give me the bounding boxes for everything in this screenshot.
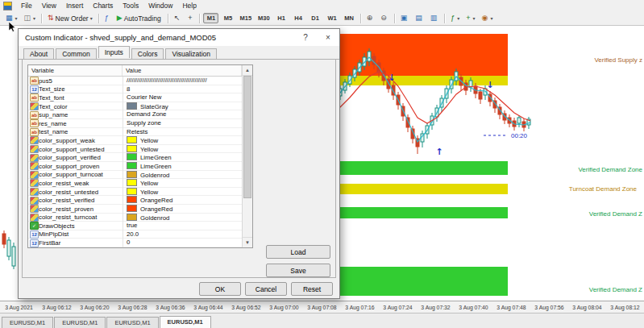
- time-label: 3 Aug 07:40: [455, 305, 492, 310]
- toolbar-profiles-button[interactable]: ◫▾: [21, 12, 39, 25]
- toolbar-cursor-button[interactable]: ↖: [171, 12, 185, 25]
- param-value: LimeGreen: [123, 162, 242, 171]
- menu-tools[interactable]: Tools: [118, 2, 143, 10]
- menu-file[interactable]: File: [16, 2, 37, 10]
- timeframe-h4-button[interactable]: H4: [291, 13, 306, 23]
- caret-down-icon: ▾: [33, 15, 35, 21]
- toolbar-tile-vertically-button[interactable]: ▥: [427, 12, 442, 25]
- toolbar-new-order-button[interactable]: ⇅New Order▾: [44, 12, 96, 25]
- param-row[interactable]: color_resist_verifiedOrangeRed: [28, 196, 242, 205]
- zoom-in-icon: ⊕: [367, 13, 373, 23]
- toolbar-autotrading-button[interactable]: ▶AutoTrading: [114, 12, 165, 25]
- param-row[interactable]: 12MinPipDist20.0: [28, 230, 242, 239]
- param-row[interactable]: color_resist_untestedYellow: [28, 188, 242, 197]
- param-row[interactable]: color_support_verifiedLimeGreen: [28, 153, 242, 162]
- param-row[interactable]: color_support_untestedYellow: [28, 145, 242, 154]
- toolbar-zoom-out-button[interactable]: ⊖: [377, 12, 392, 25]
- menu-help[interactable]: Help: [177, 2, 201, 10]
- toolbar-add-chart-button[interactable]: +▾: [463, 12, 478, 25]
- toolbar-tile-windows-button[interactable]: ▣: [397, 12, 413, 25]
- color-param-icon: [30, 154, 39, 162]
- param-row[interactable]: Text_colorSlateGray: [28, 102, 242, 111]
- timeframe-m1-button[interactable]: M1: [203, 13, 218, 23]
- cancel-button[interactable]: Cancel: [245, 282, 287, 296]
- toolbar-expert-advisors-button[interactable]: ƒ: [102, 12, 114, 25]
- objects-icon: ◉: [482, 13, 488, 23]
- toolbar-tile-horizontally-button[interactable]: ▤: [412, 12, 427, 25]
- table-body: abpus5//////////////////////////////////…: [28, 77, 242, 247]
- timeframe-mn-button[interactable]: MN: [342, 13, 357, 23]
- param-row[interactable]: 12Text_size8: [28, 85, 242, 94]
- param-row[interactable]: absup_nameDemand Zone: [28, 110, 242, 119]
- param-name: res_name: [39, 120, 123, 127]
- param-value: 8: [123, 85, 242, 94]
- time-label: 3 Aug 07:24: [379, 305, 417, 310]
- param-row[interactable]: abpus5//////////////////////////////////…: [28, 77, 242, 85]
- chart-tab-3[interactable]: EURUSD,M1: [160, 316, 211, 328]
- ok-button[interactable]: OK: [199, 282, 241, 296]
- caret-down-icon: ▾: [457, 15, 459, 21]
- scroll-down-icon[interactable]: ▼: [243, 237, 252, 247]
- timeframe-m5-button[interactable]: M5: [220, 13, 235, 23]
- toolbar-indicators-button[interactable]: ƒ▾: [447, 12, 463, 25]
- param-row[interactable]: color_support_weakYellow: [28, 136, 242, 145]
- scrollbar-thumb[interactable]: [243, 76, 251, 198]
- timeframe-d1-button[interactable]: D1: [308, 13, 323, 23]
- scroll-up-icon[interactable]: ▲: [243, 65, 252, 76]
- toolbar-objects-button[interactable]: ◉▾: [479, 12, 497, 25]
- load-button[interactable]: Load: [266, 245, 330, 259]
- help-button[interactable]: ?: [294, 29, 317, 46]
- chart-tab-0[interactable]: EURUSD,M1: [2, 317, 53, 328]
- table-scrollbar[interactable]: ▲ ▼: [242, 65, 252, 247]
- param-value: SlateGray: [123, 102, 242, 111]
- save-button[interactable]: Save: [266, 264, 330, 277]
- param-row[interactable]: abtest_nameRetests: [28, 128, 242, 137]
- toolbar-separator: [394, 14, 395, 23]
- candle-body: [479, 92, 482, 99]
- param-row[interactable]: 12FirstBar0: [28, 239, 242, 247]
- param-row[interactable]: abres_nameSupply zone: [28, 119, 242, 128]
- zone-label: Verified Supply z: [594, 56, 642, 64]
- string-param-icon: ab: [30, 119, 39, 127]
- indicator-dialog: Custom Indicator - shved_supply_and_dema…: [18, 28, 340, 299]
- param-row[interactable]: color_support_turncoatGoldenrod: [28, 171, 242, 180]
- dialog-titlebar[interactable]: Custom Indicator - shved_supply_and_dema…: [19, 29, 339, 46]
- candle-body: [517, 118, 521, 123]
- timeframe-m15-button[interactable]: M15: [237, 13, 254, 23]
- menu-view[interactable]: View: [37, 2, 61, 10]
- color-param-icon: [30, 205, 39, 213]
- dialog-tab-common[interactable]: Common: [56, 48, 96, 59]
- time-axis: 3 Aug 20213 Aug 06:123 Aug 06:203 Aug 06…: [0, 301, 644, 313]
- dialog-tab-about[interactable]: About: [23, 48, 54, 59]
- param-row[interactable]: color_resist_turncoatGoldenrod: [28, 214, 242, 222]
- dialog-tab-inputs[interactable]: Inputs: [98, 46, 130, 58]
- param-row[interactable]: color_resist_provenOrangeRed: [28, 205, 242, 214]
- timeframe-m30-button[interactable]: M30: [256, 13, 272, 23]
- zone-label: Verified Demand Z: [589, 286, 642, 293]
- dialog-tab-colors[interactable]: Colors: [131, 48, 164, 59]
- toolbar-zoom-in-button[interactable]: ⊕: [364, 12, 378, 25]
- menu-insert[interactable]: Insert: [61, 2, 88, 10]
- timeframe-w1-button[interactable]: W1: [325, 13, 340, 23]
- dialog-tab-visualization[interactable]: Visualization: [165, 48, 217, 59]
- param-value: ////////////////////////////////////////…: [123, 77, 242, 85]
- chart-tab-2[interactable]: EURUSD,M1: [106, 317, 158, 328]
- chart-tab-1[interactable]: EURUSD,M1: [54, 317, 106, 328]
- param-row[interactable]: color_resist_weakYellow: [28, 179, 242, 188]
- timeframe-h1-button[interactable]: H1: [274, 13, 289, 23]
- close-button[interactable]: ×: [317, 29, 339, 46]
- param-name: color_support_untested: [39, 146, 123, 153]
- string-param-icon: ab: [30, 128, 39, 136]
- menu-charts[interactable]: Charts: [88, 2, 118, 10]
- time-label: 3 Aug 07:00: [265, 305, 303, 310]
- profiles-icon: ◫: [24, 13, 31, 23]
- param-row[interactable]: abText_fontCourier New: [28, 93, 242, 102]
- param-row[interactable]: color_support_provenLimeGreen: [28, 162, 242, 171]
- new-order-icon: ⇅: [48, 13, 54, 23]
- toolbar-separator: [98, 14, 99, 23]
- param-row[interactable]: ✓DrawObjectstrue: [28, 222, 242, 230]
- toolbar-crosshair-button[interactable]: +: [185, 12, 197, 25]
- menu-window[interactable]: Window: [143, 2, 177, 10]
- param-name: color_support_turncoat: [39, 171, 123, 178]
- reset-button[interactable]: Reset: [291, 282, 333, 296]
